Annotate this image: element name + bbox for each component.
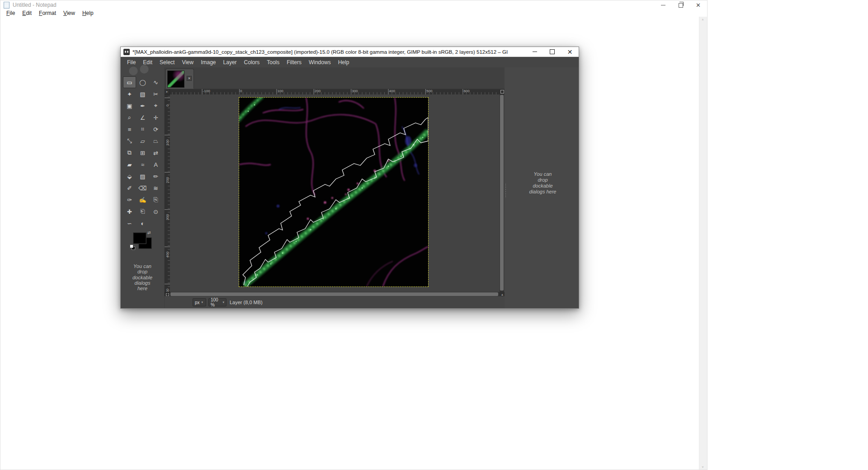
ruler-h-label: 400 — [389, 89, 395, 93]
gimp-canvas-zone: ✕ ▸ -1000100200300400500600 010020030040… — [164, 67, 505, 308]
microscopy-image[interactable] — [239, 98, 428, 287]
gimp-titlebar[interactable]: *[MAX_phalloidin-ankG-gamma9d-10_copy_st… — [121, 47, 579, 57]
default-colors-icon[interactable] — [130, 244, 135, 249]
gimp-menu-select[interactable]: Select — [156, 59, 178, 66]
gimp-title: *[MAX_phalloidin-ankG-gamma9d-10_copy_st… — [132, 49, 508, 55]
unit-value: px — [195, 300, 200, 305]
tool-eraser[interactable]: ⌫ — [136, 182, 149, 194]
foreground-color-swatch[interactable] — [133, 233, 146, 244]
notepad-restore-button[interactable] — [672, 0, 689, 9]
tool-zoom[interactable]: ⌕ — [123, 112, 136, 123]
tool-flip[interactable]: ⇄ — [149, 147, 162, 159]
tool-paintbrush[interactable]: ✐ — [123, 182, 136, 194]
notepad-icon — [4, 2, 9, 9]
tool-ink[interactable]: ✑ — [123, 194, 136, 206]
tool-handle-transform[interactable]: ⊞ — [136, 147, 149, 159]
tool-foreground-select[interactable]: ▣ — [123, 100, 136, 112]
notepad-menu-file[interactable]: File — [3, 10, 19, 16]
ruler-h-label: 300 — [352, 89, 358, 93]
tool-pencil[interactable]: ✏ — [149, 170, 162, 182]
minimize-icon — [661, 5, 665, 5]
tool-mypaint-brush[interactable]: ✍ — [136, 194, 149, 206]
gimp-menu-tools[interactable]: Tools — [263, 59, 283, 66]
tool-dodge-burn[interactable]: ◐ — [136, 217, 149, 229]
gimp-close-button[interactable]: ✕ — [561, 47, 579, 56]
notepad-titlebar[interactable]: Untitled - Notepad ✕ — [0, 0, 707, 9]
chevron-down-icon: ▾ — [222, 301, 224, 304]
tool-rotate[interactable]: ⟳ — [149, 123, 162, 135]
tool-scissors-select[interactable]: ✂ — [149, 88, 162, 100]
notepad-menu-format[interactable]: Format — [35, 10, 60, 16]
gimp-menu-filters[interactable]: Filters — [283, 59, 305, 66]
notepad-close-button[interactable]: ✕ — [689, 0, 707, 9]
close-icon: ✕ — [567, 48, 573, 56]
tool-shear[interactable]: ▱ — [136, 135, 149, 147]
gimp-maximize-button[interactable] — [543, 47, 561, 56]
tool-select-by-color[interactable]: ▧ — [136, 88, 149, 100]
vertical-scrollbar[interactable] — [500, 94, 504, 292]
tool-blur-sharpen[interactable]: ⊙ — [149, 206, 162, 217]
tool-scale[interactable]: ⤡ — [123, 135, 136, 147]
notepad-title: Untitled - Notepad — [13, 2, 57, 8]
notepad-menubar: FileEditFormatViewHelp — [0, 9, 707, 17]
gimp-menu-windows[interactable]: Windows — [305, 59, 335, 66]
microscopy-render — [239, 98, 428, 287]
notepad-menu-help[interactable]: Help — [79, 10, 97, 16]
ruler-h-label: 200 — [315, 89, 321, 93]
tool-align[interactable]: ≡ — [123, 123, 136, 135]
gimp-menu-file[interactable]: File — [123, 59, 139, 66]
tool-gradient[interactable]: ▨ — [136, 170, 149, 182]
ruler-v-label: 200 — [165, 173, 170, 187]
gimp-menu-image[interactable]: Image — [197, 59, 219, 66]
dock-drop-hint: You can drop dockable dialogs here — [529, 171, 557, 195]
swap-colors-icon[interactable]: ⇄ — [147, 230, 151, 235]
gimp-minimize-button[interactable] — [526, 47, 543, 56]
image-tab-thumbnail[interactable] — [167, 70, 184, 88]
vertical-scrollbar-thumb[interactable] — [500, 95, 504, 291]
gimp-window-controls: ✕ — [526, 47, 579, 56]
gimp-menu-colors[interactable]: Colors — [241, 59, 264, 66]
gimp-menu-view[interactable]: View — [178, 59, 197, 66]
gimp-menu-help[interactable]: Help — [335, 59, 353, 66]
notepad-minimize-button[interactable] — [654, 0, 672, 9]
tool-move[interactable]: ✛ — [149, 112, 162, 123]
gimp-menu-edit[interactable]: Edit — [139, 59, 156, 66]
horizontal-ruler[interactable]: -1000100200300400500600 — [170, 89, 500, 94]
tool-fuzzy-select[interactable]: ✦ — [123, 88, 136, 100]
unit-select[interactable]: px ▾ — [193, 298, 206, 306]
tool-heal[interactable]: ✚ — [123, 206, 136, 217]
tool-bucket-fill[interactable]: ⬙ — [123, 170, 136, 182]
ruler-h-label: 600 — [463, 89, 469, 93]
ruler-v-label: 300 — [165, 210, 170, 225]
tool-perspective[interactable]: ⏢ — [149, 135, 162, 147]
ruler-v-label: 0 — [165, 99, 170, 113]
gimp-menu-layer[interactable]: Layer — [220, 59, 241, 66]
tool-unified-transform[interactable]: ⧉ — [123, 147, 136, 159]
notepad-menu-edit[interactable]: Edit — [19, 10, 35, 16]
tool-text[interactable]: A — [149, 159, 162, 170]
tool-measure[interactable]: ∠ — [136, 112, 149, 123]
tool-smudge[interactable]: ∽ — [123, 217, 136, 229]
ruler-corner-button[interactable]: ▸ — [165, 89, 170, 94]
tool-warp-transform[interactable]: ≈ — [136, 159, 149, 170]
tool-cage-transform[interactable]: ▰ — [123, 159, 136, 170]
horizontal-scrollbar-thumb[interactable] — [170, 292, 498, 296]
tab-close-button[interactable]: ✕ — [186, 75, 193, 82]
vertical-ruler[interactable]: 0100200300400500 — [165, 94, 170, 292]
toolbox-drop-hint: You can drop dockable dialogs here — [129, 263, 156, 291]
notepad-menu-view[interactable]: View — [60, 10, 79, 16]
tool-airbrush[interactable]: ≋ — [149, 182, 162, 194]
tool-rectangle-select[interactable]: ▭ — [123, 76, 136, 88]
tool-perspective-clone[interactable]: ⎗ — [136, 206, 149, 217]
tool-free-select[interactable]: ∿ — [149, 76, 162, 88]
canvas-viewport[interactable] — [170, 94, 500, 292]
tool-crop[interactable]: ⌗ — [136, 123, 149, 135]
tool-paths[interactable]: ✒ — [136, 100, 149, 112]
tool-ellipse-select[interactable]: ◯ — [136, 76, 149, 88]
notepad-scrollbar[interactable] — [699, 17, 707, 470]
tool-clone[interactable]: ⎘ — [149, 194, 162, 206]
image-tab[interactable]: ✕ — [165, 69, 194, 89]
zoom-select[interactable]: 100 % ▾ — [208, 298, 226, 306]
tool-color-picker[interactable]: ⌖ — [149, 100, 162, 112]
notepad-window-controls: ✕ — [654, 0, 707, 9]
